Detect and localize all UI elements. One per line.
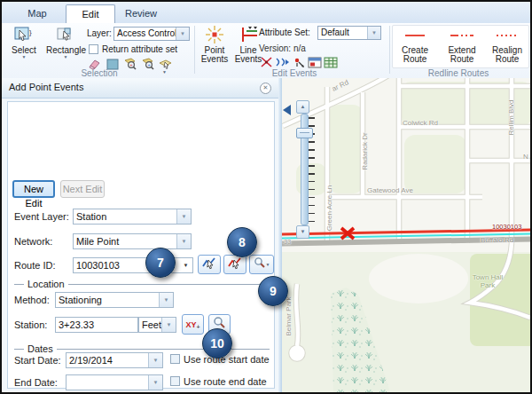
svg-text:+: + bbox=[129, 62, 133, 67]
group-divider bbox=[389, 26, 390, 74]
event-table-icon[interactable] bbox=[323, 55, 338, 69]
select-route-blue-icon bbox=[201, 256, 217, 273]
pan-to-selection-icon[interactable]: + bbox=[140, 57, 155, 71]
route-search-chevron-icon: ▼ bbox=[266, 263, 270, 267]
route-x-marker bbox=[339, 225, 356, 241]
rectangle-tool-button[interactable]: Rectangle ▼ bbox=[46, 25, 85, 59]
next-edit-button[interactable]: Next Edit bbox=[60, 180, 105, 198]
units-combobox[interactable]: Feet bbox=[138, 317, 176, 333]
units-value: Feet bbox=[139, 318, 161, 332]
use-route-end-date-label: Use route end date bbox=[184, 376, 267, 387]
rectangle-tool-icon bbox=[55, 25, 76, 46]
attribute-set-chevron-icon[interactable] bbox=[367, 27, 380, 39]
split-event-icon[interactable] bbox=[259, 55, 274, 69]
tab-review[interactable]: Review bbox=[117, 4, 165, 22]
point-events-icon bbox=[205, 25, 224, 46]
callout-9: 9 bbox=[258, 276, 288, 306]
attribute-set-label: Attribute Set: bbox=[259, 28, 310, 37]
use-route-start-date-checkbox[interactable] bbox=[170, 354, 180, 364]
end-date-chevron-icon[interactable] bbox=[148, 375, 162, 390]
app-window: Map Edit Review } Select ▼ Rectangle ▼ L… bbox=[0, 0, 532, 394]
extend-route-label: Extend Route bbox=[440, 46, 484, 64]
select-dropdown-chevron-icon[interactable]: ▼ bbox=[22, 55, 27, 59]
zoom-in-button[interactable]: ▲ bbox=[296, 100, 309, 114]
start-date-picker[interactable]: 2/19/2014 bbox=[66, 352, 163, 368]
map-canvas[interactable]: ar Rd Colwick Rd Rellim Blvd Radarick Dr… bbox=[282, 78, 530, 392]
layer-combobox[interactable]: Access Control bbox=[113, 27, 190, 41]
return-attribute-set-checkbox[interactable] bbox=[89, 44, 98, 54]
select-route-red-icon bbox=[227, 256, 243, 273]
units-chevron-icon[interactable] bbox=[161, 318, 176, 332]
event-attributes-window-icon[interactable] bbox=[307, 55, 322, 69]
route-id-chevron-icon[interactable] bbox=[179, 258, 192, 272]
clear-route-selection-button[interactable] bbox=[223, 255, 246, 274]
end-date-picker[interactable] bbox=[66, 374, 163, 390]
xy-plus-icon: + bbox=[196, 324, 200, 330]
zoom-out-button[interactable]: ▼ bbox=[296, 225, 309, 239]
line-events-icon bbox=[238, 25, 259, 46]
layer-chevron-icon[interactable] bbox=[176, 28, 189, 40]
ribbon: } Select ▼ Rectangle ▼ Layer: Access Con… bbox=[2, 23, 530, 80]
location-section-separator: Location bbox=[14, 279, 270, 289]
move-event-icon[interactable] bbox=[291, 55, 306, 69]
panel-title: Add Point Events bbox=[9, 82, 83, 92]
event-layer-combobox[interactable]: Station bbox=[73, 209, 192, 225]
selection-options-chevron-icon[interactable]: ▼ bbox=[162, 70, 167, 75]
town-hall-park-label: Town Hall Park bbox=[472, 273, 504, 289]
create-route-icon bbox=[403, 30, 427, 43]
callout-8: 8 bbox=[227, 227, 257, 257]
return-attribute-set-label: Return attribute set bbox=[102, 44, 177, 54]
method-combobox[interactable]: Stationing bbox=[55, 292, 174, 308]
dates-section-label: Dates bbox=[27, 343, 53, 354]
route-search-magnifier-icon bbox=[254, 256, 266, 272]
route-search-button[interactable]: ▼ bbox=[249, 255, 274, 274]
xy-icon: XY bbox=[185, 320, 196, 329]
event-layer-chevron-icon[interactable] bbox=[176, 209, 191, 224]
station-input[interactable]: 3+23.33 bbox=[55, 317, 138, 333]
select-route-on-map-button[interactable] bbox=[198, 255, 221, 274]
layer-label: Layer: bbox=[87, 28, 112, 38]
start-date-chevron-icon[interactable] bbox=[148, 353, 162, 367]
street-label-gatewood: Gatewood Ave bbox=[367, 186, 413, 194]
new-edit-button[interactable]: New Edit bbox=[12, 180, 55, 198]
attribute-set-combobox[interactable]: Default bbox=[317, 26, 381, 40]
rectangle-dropdown-chevron-icon[interactable]: ▼ bbox=[64, 55, 68, 59]
extend-route-button[interactable]: Extend Route bbox=[440, 30, 484, 64]
panel-header: Add Point Events ✕ bbox=[2, 78, 278, 98]
use-route-end-date-checkbox[interactable] bbox=[170, 376, 180, 386]
network-label: Network: bbox=[14, 236, 52, 247]
tab-map[interactable]: Map bbox=[16, 4, 59, 22]
attribute-set-value: Default bbox=[318, 27, 367, 39]
merge-event-icon[interactable] bbox=[275, 55, 290, 69]
panel-close-icon[interactable]: ✕ bbox=[260, 83, 271, 94]
start-date-value: 2/19/2014 bbox=[66, 353, 148, 367]
network-combobox[interactable]: Mile Point bbox=[73, 233, 192, 249]
method-chevron-icon[interactable] bbox=[159, 293, 173, 307]
realign-route-button[interactable]: Realign Route bbox=[488, 30, 527, 64]
use-route-start-date-label: Use route start date bbox=[184, 354, 270, 365]
collapse-panel-arrow-icon[interactable] bbox=[283, 105, 291, 115]
street-label-colwick: Colwick Rd bbox=[403, 119, 438, 127]
event-layer-value: Station bbox=[74, 209, 176, 224]
realign-route-icon bbox=[495, 30, 520, 43]
station-label: Station: bbox=[14, 319, 47, 330]
network-chevron-icon[interactable] bbox=[176, 234, 191, 248]
xy-coordinates-button[interactable]: XY+ bbox=[182, 314, 204, 335]
extend-route-icon bbox=[449, 30, 475, 43]
zoom-slider-handle[interactable] bbox=[296, 128, 313, 138]
start-date-label: Start Date: bbox=[14, 355, 61, 366]
method-value: Stationing bbox=[56, 293, 159, 307]
network-value: Mile Point bbox=[74, 234, 176, 248]
point-events-button[interactable]: Point Events bbox=[199, 25, 231, 64]
svg-text:+: + bbox=[147, 62, 151, 67]
street-label-rellim: Rellim Blvd bbox=[507, 93, 515, 143]
create-route-button[interactable]: Create Route bbox=[394, 30, 436, 64]
tab-edit[interactable]: Edit bbox=[66, 4, 115, 24]
street-label-green-acre: Green Acre Ln bbox=[325, 181, 333, 236]
point-events-label: Point Events bbox=[200, 46, 230, 64]
end-date-value bbox=[66, 375, 148, 390]
street-label-partial-33: -33 bbox=[282, 239, 291, 245]
street-label-partial-n: N bbox=[523, 153, 528, 161]
street-label-radarick: Radarick Dr bbox=[361, 127, 369, 177]
select-tool-button[interactable]: } Select ▼ bbox=[9, 25, 39, 59]
